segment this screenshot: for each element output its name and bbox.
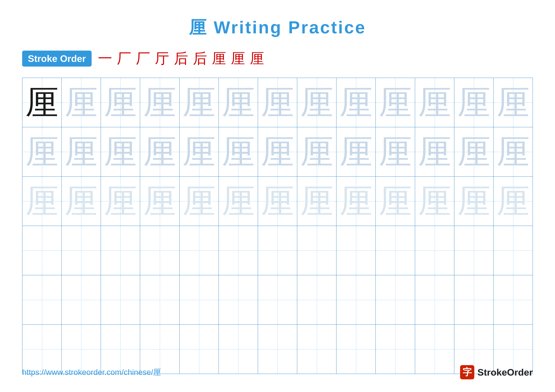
grid-cell[interactable]: 厘 xyxy=(297,78,336,127)
grid-cell[interactable]: 厘 xyxy=(180,78,219,127)
grid-cell[interactable]: 厘 xyxy=(62,78,101,127)
stroke-1: 一 xyxy=(98,49,112,68)
grid-cell[interactable]: 厘 xyxy=(180,177,219,226)
grid-cell[interactable]: 厘 xyxy=(415,127,454,176)
grid-cell-empty[interactable] xyxy=(297,275,336,324)
grid-cell-empty[interactable] xyxy=(376,226,415,275)
footer-logo: 字 StrokeOrder xyxy=(460,365,533,379)
char-light: 厘 xyxy=(457,86,490,119)
grid-cell[interactable]: 厘 xyxy=(258,78,297,127)
grid-cell[interactable]: 厘 xyxy=(219,78,258,127)
grid-cell-empty[interactable] xyxy=(454,226,494,275)
char-lighter: 厘 xyxy=(418,185,451,218)
grid-cell[interactable]: 厘 xyxy=(258,127,297,176)
grid-cell[interactable]: 厘 xyxy=(140,177,179,226)
grid-cell[interactable]: 厘 xyxy=(494,78,533,127)
grid-cell-empty[interactable] xyxy=(219,226,258,275)
grid-cell[interactable]: 厘 xyxy=(336,177,376,226)
grid-cell[interactable]: 厘 xyxy=(180,127,219,176)
grid-cell[interactable]: 厘 xyxy=(62,177,101,226)
char-lighter: 厘 xyxy=(25,185,58,218)
grid-cell[interactable]: 厘 xyxy=(101,177,140,226)
char-lighter: 厘 xyxy=(183,185,216,218)
grid-cell[interactable]: 厘 xyxy=(454,177,494,226)
grid-cell-empty[interactable] xyxy=(258,275,297,324)
stroke-6: 后 xyxy=(193,49,207,68)
grid-cell-empty[interactable] xyxy=(415,275,454,324)
grid-cell[interactable]: 厘 xyxy=(22,177,62,226)
stroke-8: 厘 xyxy=(231,49,245,68)
grid-cell[interactable]: 厘 xyxy=(140,127,179,176)
char-light: 厘 xyxy=(65,86,98,119)
char-lighter: 厘 xyxy=(379,185,412,218)
grid-cell[interactable]: 厘 xyxy=(22,78,62,127)
grid-cell[interactable]: 厘 xyxy=(297,177,336,226)
page-title: 厘 Writing Practice xyxy=(0,0,555,39)
char-solid: 厘 xyxy=(25,86,58,119)
char-light: 厘 xyxy=(497,86,530,119)
grid-cell[interactable]: 厘 xyxy=(415,78,454,127)
char-light: 厘 xyxy=(183,86,216,119)
grid-cell-empty[interactable] xyxy=(180,275,219,324)
stroke-3: 厂 xyxy=(136,49,150,68)
char-light: 厘 xyxy=(261,86,294,119)
grid-cell[interactable]: 厘 xyxy=(219,127,258,176)
grid-cell[interactable]: 厘 xyxy=(415,177,454,226)
grid-cell-empty[interactable] xyxy=(22,226,62,275)
grid-cell[interactable]: 厘 xyxy=(62,127,101,176)
grid-cell-empty[interactable] xyxy=(140,226,179,275)
logo-char: 字 xyxy=(463,366,472,378)
char-lighter: 厘 xyxy=(143,185,176,218)
grid-cell[interactable]: 厘 xyxy=(140,78,179,127)
char-lighter: 厘 xyxy=(261,185,294,218)
grid-cell[interactable]: 厘 xyxy=(454,78,494,127)
grid-cell-empty[interactable] xyxy=(101,226,140,275)
grid-cell-empty[interactable] xyxy=(415,226,454,275)
grid-cell[interactable]: 厘 xyxy=(336,78,376,127)
char-lighter: 厘 xyxy=(65,185,98,218)
grid-cell-empty[interactable] xyxy=(336,226,376,275)
stroke-9: 厘 xyxy=(250,49,264,68)
grid-cell[interactable]: 厘 xyxy=(376,177,415,226)
grid-cell[interactable]: 厘 xyxy=(376,78,415,127)
char-light: 厘 xyxy=(143,135,176,168)
char-light: 厘 xyxy=(300,86,333,119)
grid-cell-empty[interactable] xyxy=(22,275,62,324)
grid-cell[interactable]: 厘 xyxy=(494,177,533,226)
grid-cell[interactable]: 厘 xyxy=(376,127,415,176)
grid-cell-empty[interactable] xyxy=(454,275,494,324)
grid-cell[interactable]: 厘 xyxy=(494,127,533,176)
grid-cell[interactable]: 厘 xyxy=(219,177,258,226)
grid-cell-empty[interactable] xyxy=(101,275,140,324)
char-light: 厘 xyxy=(457,135,490,168)
grid-cell-empty[interactable] xyxy=(297,226,336,275)
grid-cell-empty[interactable] xyxy=(219,275,258,324)
grid-cell-empty[interactable] xyxy=(494,226,533,275)
grid-cell-empty[interactable] xyxy=(62,275,101,324)
grid-cell-empty[interactable] xyxy=(494,275,533,324)
char-lighter: 厘 xyxy=(339,185,372,218)
grid-cell-empty[interactable] xyxy=(376,275,415,324)
stroke-4: 厅 xyxy=(155,49,169,68)
grid-cell-empty[interactable] xyxy=(180,226,219,275)
grid-cell-empty[interactable] xyxy=(62,226,101,275)
grid-cell[interactable]: 厘 xyxy=(454,127,494,176)
grid-cell[interactable]: 厘 xyxy=(101,78,140,127)
footer: https://www.strokeorder.com/chinese/厘 字 … xyxy=(0,365,555,379)
grid-cell[interactable]: 厘 xyxy=(101,127,140,176)
grid-cell[interactable]: 厘 xyxy=(336,127,376,176)
grid-cell-empty[interactable] xyxy=(140,275,179,324)
char-light: 厘 xyxy=(418,86,451,119)
stroke-2: 厂 xyxy=(117,49,131,68)
grid-cell-empty[interactable] xyxy=(336,275,376,324)
grid-cell[interactable]: 厘 xyxy=(297,127,336,176)
char-light: 厘 xyxy=(300,135,333,168)
grid-cell-empty[interactable] xyxy=(258,226,297,275)
char-lighter: 厘 xyxy=(222,185,255,218)
grid-cell[interactable]: 厘 xyxy=(22,127,62,176)
footer-url[interactable]: https://www.strokeorder.com/chinese/厘 xyxy=(22,367,161,378)
strokeorder-logo-icon: 字 xyxy=(460,365,474,379)
char-light: 厘 xyxy=(183,135,216,168)
char-light: 厘 xyxy=(261,135,294,168)
grid-cell[interactable]: 厘 xyxy=(258,177,297,226)
